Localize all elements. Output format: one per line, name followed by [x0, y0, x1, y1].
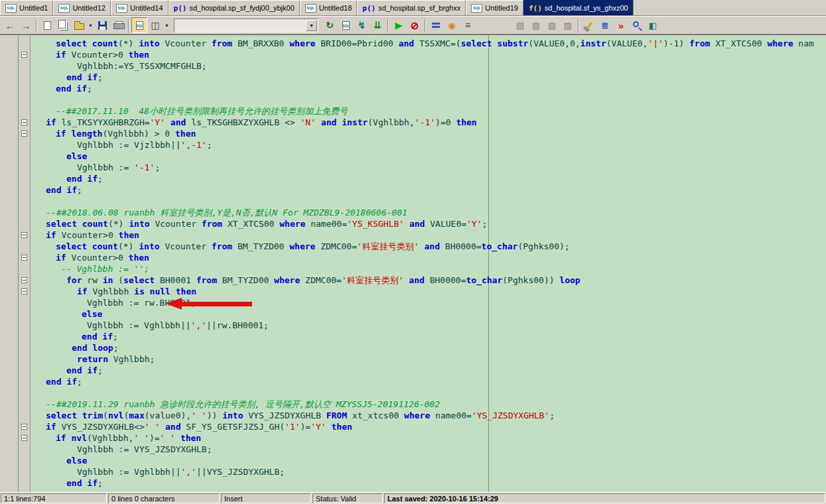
- tab-untitled18[interactable]: SQLUntitled18: [300, 0, 358, 15]
- function-icon: f(): [529, 4, 542, 13]
- back-button[interactable]: ←: [2, 17, 18, 33]
- sql-window-icon: SQL: [305, 4, 316, 13]
- play-icon: ▶: [395, 21, 403, 30]
- code-line: end if;: [35, 83, 826, 94]
- tab-sd-hospital-sp-sf-fydj00-ybjk00[interactable]: p()sd_hospital.sp_sf_fydj00_ybjk00: [169, 0, 300, 15]
- code-line: if Vcounter>0 then: [35, 229, 826, 241]
- paste-button[interactable]: ▧: [544, 17, 560, 33]
- insert-mode-indicator: Insert: [221, 493, 311, 503]
- template-icon: [58, 20, 66, 29]
- code-line: end if;: [35, 331, 826, 342]
- find-button[interactable]: [629, 17, 645, 33]
- tab-sd-hospital-sf-ys-ghxz00[interactable]: f()sd_hospital.sf_ys_ghxz00: [523, 0, 634, 15]
- tab-sd-hospital-sp-sf-brghxx[interactable]: p()sd_hospital.sp_sf_brghxx: [357, 0, 466, 15]
- combo-dropdown-icon[interactable]: ▼: [306, 20, 317, 31]
- fetch-next-button[interactable]: ⇊: [370, 17, 385, 33]
- code-area[interactable]: select count(*) into Vcounter from BM_BR…: [31, 35, 826, 492]
- fold-marker[interactable]: [21, 435, 27, 441]
- tab-bar: SQLUntitled1SQLUntitled12SQLUntitled14p(…: [0, 0, 826, 16]
- refresh-button[interactable]: ↻: [322, 17, 338, 33]
- code-editor[interactable]: select count(*) into Vcounter from BM_BR…: [0, 34, 826, 492]
- execute-button[interactable]: ▶: [391, 17, 407, 33]
- fold-marker[interactable]: [21, 255, 27, 261]
- code-line: if Vcounter>0 then: [35, 49, 826, 60]
- color-mark-button[interactable]: ◧: [645, 17, 661, 33]
- window-layout-button[interactable]: ◫: [147, 17, 163, 33]
- code-line: if nvl(Vghlbbh,' ')=' ' then: [35, 432, 826, 444]
- code-line: [35, 196, 826, 207]
- object-status: Status: Valid: [312, 493, 383, 503]
- two-tone-icon: ◧: [649, 21, 657, 30]
- todo-icon: ≣: [602, 21, 609, 30]
- todo-list-button[interactable]: ≣: [597, 17, 613, 33]
- broom-icon: [586, 22, 592, 29]
- edit-clipboard-button[interactable]: ▨: [560, 17, 576, 33]
- toolbar: ←→▼◫▼▼↻↯⇊▶⊘◉≡▤▥▧▨≣»◧: [0, 16, 826, 34]
- code-line: [35, 387, 826, 399]
- fold-marker[interactable]: [21, 424, 27, 430]
- new-button[interactable]: [39, 17, 55, 33]
- code-line: end loop;: [35, 342, 826, 353]
- tab-label: sd_hospital.sp_sf_brghxx: [378, 4, 460, 12]
- statistics-button[interactable]: ≡: [460, 17, 476, 33]
- sql-window-button[interactable]: [131, 17, 147, 33]
- code-line: end if;: [35, 477, 826, 489]
- code-line: --##2018.06.08 ruanbh 科室挂号类别,Y是,N否,默认N F…: [35, 207, 826, 218]
- new-instance-button[interactable]: [55, 17, 71, 33]
- last-saved: Last saved: 2020-10-16 15:14:29: [384, 493, 825, 503]
- clipboard4-icon: ▨: [564, 21, 572, 30]
- code-line: end if;: [35, 365, 826, 376]
- donut-icon: ◉: [448, 21, 455, 30]
- status-bar: 1:1 lines:794 0 lines 0 characters Inser…: [0, 492, 826, 504]
- editor-left-margin: [0, 35, 19, 492]
- tab-untitled1[interactable]: SQLUntitled1: [0, 0, 53, 15]
- fold-marker[interactable]: [21, 232, 27, 238]
- procedure-icon: p(): [174, 4, 187, 13]
- tab-label: sd_hospital.sp_sf_fydj00_ybjk00: [189, 4, 294, 12]
- code-line: if ls_TKSYYXGHBRZGH='Y' and ls_TKSGHBXZY…: [35, 117, 826, 128]
- selection-info: 0 lines 0 characters: [108, 493, 220, 503]
- fold-marker[interactable]: [21, 288, 27, 294]
- break-button[interactable]: ⊘: [407, 17, 423, 33]
- toolbar-separator: [36, 19, 37, 32]
- folder-icon: [74, 23, 84, 30]
- clipboard2-icon: ▥: [532, 21, 540, 30]
- code-line: --##2019.11.29 ruanbh 急诊时段允许的挂号类别, 逗号隔开,…: [35, 399, 826, 410]
- tab-label: sd_hospital.sf_ys_ghxz00: [545, 4, 628, 12]
- session-selector-combo[interactable]: ▼: [174, 19, 318, 32]
- save-button[interactable]: [94, 17, 110, 33]
- forward-button[interactable]: →: [18, 17, 34, 33]
- fold-marker[interactable]: [21, 52, 27, 58]
- code-line: select count(*) into Vcounter from BM_TY…: [35, 241, 826, 252]
- dashes-icon: [432, 22, 440, 29]
- code-line: Vghlbbh := Vghlbbh||','||VYS_JZSDYXGHLB;: [35, 466, 826, 477]
- print-button[interactable]: [110, 17, 126, 33]
- code-line: -- Vghlbbh := '';: [35, 263, 826, 275]
- open-button-dropdown[interactable]: ▼: [87, 17, 94, 33]
- tab-untitled12[interactable]: SQLUntitled12: [53, 0, 111, 15]
- fold-marker[interactable]: [21, 131, 27, 137]
- step-button[interactable]: [428, 17, 444, 33]
- copy-special-button[interactable]: ▥: [528, 17, 544, 33]
- printer-icon: [113, 21, 123, 29]
- code-line: if length(Vghlbbh) > 0 then: [35, 128, 826, 139]
- tab-label: Untitled14: [130, 4, 163, 12]
- tab-untitled14[interactable]: SQLUntitled14: [111, 0, 169, 15]
- code-line: --##2017.11.10 48小时挂号类别限制再挂号允许的挂号类别加上免费号: [35, 105, 826, 117]
- window-layout-button-dropdown[interactable]: ▼: [163, 17, 171, 33]
- sql-window-icon: SQL: [58, 4, 70, 13]
- open-button[interactable]: [71, 17, 87, 33]
- copy-button[interactable]: ▤: [512, 17, 528, 33]
- macro-button[interactable]: »: [613, 17, 629, 33]
- fold-marker[interactable]: [21, 277, 27, 283]
- run-script-button[interactable]: ↯: [354, 17, 370, 33]
- fold-marker[interactable]: [21, 119, 27, 125]
- beautifier-button[interactable]: [581, 17, 597, 33]
- execute-sql-button[interactable]: [338, 17, 354, 33]
- sql-window-icon: SQL: [471, 4, 482, 13]
- tab-untitled19[interactable]: SQLUntitled19: [466, 0, 523, 15]
- double-down-icon: ⇊: [374, 21, 381, 30]
- arrow-left-icon: ←: [5, 21, 15, 31]
- code-line: Vghlbbh := Vjzlbbh||',-1';: [35, 139, 826, 151]
- profiler-button[interactable]: ◉: [444, 17, 460, 33]
